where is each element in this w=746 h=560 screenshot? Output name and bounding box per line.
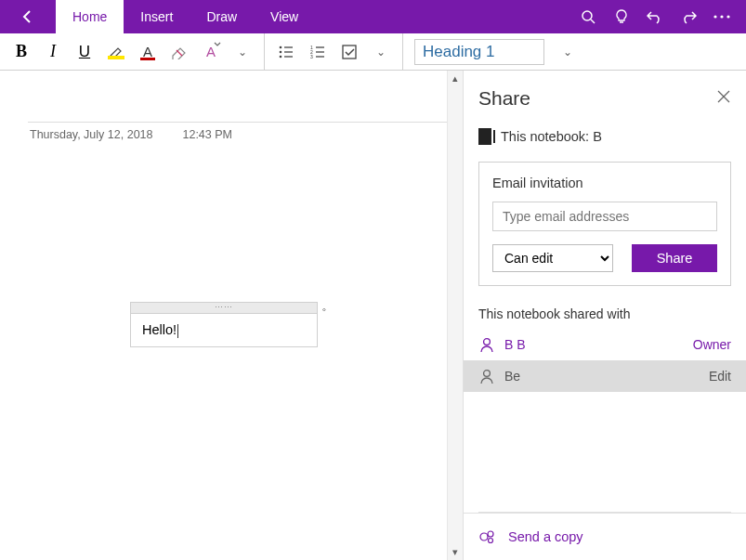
notebook-indicator: This notebook: B <box>464 115 746 162</box>
svg-point-5 <box>280 46 282 48</box>
back-button[interactable] <box>0 0 56 33</box>
shared-user-row[interactable]: Be Edit <box>464 360 746 392</box>
email-invitation-label: Email invitation <box>492 176 717 190</box>
note-text[interactable]: Hello! <box>131 314 317 346</box>
scroll-up-icon[interactable]: ▴ <box>448 71 463 86</box>
style-selector[interactable]: Heading 1 <box>414 39 544 65</box>
format-painter-button[interactable]: A <box>195 36 227 68</box>
svg-point-0 <box>582 11 592 20</box>
close-icon[interactable] <box>716 89 731 108</box>
notebook-label: This notebook: B <box>501 129 602 144</box>
email-invitation-box: Email invitation Can edit Share <box>478 162 731 286</box>
ribbon-tabs: Home Insert Draw View <box>56 0 315 33</box>
shared-user-row[interactable]: B B Owner <box>464 329 746 360</box>
svg-point-24 <box>489 539 493 543</box>
italic-button[interactable]: I <box>37 36 69 68</box>
bold-button[interactable]: B <box>6 36 37 68</box>
person-icon <box>478 368 495 384</box>
underline-button[interactable]: U <box>69 36 100 68</box>
shared-user-role: Owner <box>693 337 731 352</box>
page-date: Thursday, July 12, 2018 <box>30 128 152 141</box>
note-container[interactable]: ⋯⋯‹› Hello! <box>130 302 318 347</box>
svg-point-7 <box>280 50 282 53</box>
page-canvas[interactable]: Thursday, July 12, 2018 12:43 PM ⋯⋯‹› He… <box>0 71 463 560</box>
share-panel-title: Share <box>478 87 530 110</box>
todo-button[interactable] <box>334 36 365 68</box>
share-panel: Share This notebook: B Email invitation … <box>463 71 746 560</box>
notebook-icon <box>478 128 491 145</box>
svg-point-4 <box>726 15 729 18</box>
tab-home[interactable]: Home <box>56 0 124 33</box>
svg-point-23 <box>488 531 493 537</box>
svg-point-22 <box>480 533 488 540</box>
tab-view[interactable]: View <box>254 0 315 33</box>
search-icon[interactable] <box>571 0 605 33</box>
svg-rect-17 <box>343 46 356 59</box>
clear-formatting-button[interactable] <box>164 36 195 68</box>
ribbon: B I U A A ⌄ 1 <box>0 33 746 71</box>
svg-point-3 <box>720 15 723 18</box>
svg-point-21 <box>484 371 491 377</box>
person-icon <box>478 336 495 353</box>
undo-icon[interactable] <box>638 0 672 33</box>
style-dropdown-icon[interactable]: ⌄ <box>544 46 591 59</box>
paragraph-dropdown-icon[interactable]: ⌄ <box>365 36 397 68</box>
tab-insert[interactable]: Insert <box>124 0 190 33</box>
send-copy-icon <box>478 528 497 545</box>
titlebar-actions <box>571 0 746 33</box>
svg-line-1 <box>591 20 595 23</box>
shared-user-name: Be <box>504 369 520 384</box>
bullets-button[interactable] <box>270 36 302 68</box>
ribbon-group-font: B I U A A ⌄ <box>0 33 265 70</box>
share-button[interactable]: Share <box>632 244 717 272</box>
font-color-button[interactable]: A <box>132 36 164 68</box>
svg-point-9 <box>280 55 282 58</box>
email-input[interactable] <box>492 202 717 231</box>
svg-point-20 <box>484 339 491 345</box>
svg-text:3: 3 <box>310 54 313 59</box>
title-bar: Home Insert Draw View <box>0 0 746 33</box>
highlight-button[interactable] <box>100 36 132 68</box>
tab-draw[interactable]: Draw <box>190 0 254 33</box>
vertical-scrollbar[interactable]: ▴ ▾ <box>447 71 463 560</box>
scroll-down-icon[interactable]: ▾ <box>448 544 463 560</box>
ribbon-group-styles: Heading 1 ⌄ <box>403 33 596 70</box>
shared-user-name: B B <box>504 337 526 352</box>
send-copy-label: Send a copy <box>508 529 583 544</box>
ribbon-group-paragraph: 123 ⌄ <box>265 33 403 70</box>
svg-point-2 <box>713 15 716 18</box>
font-dropdown-icon[interactable]: ⌄ <box>227 36 258 68</box>
page-time: 12:43 PM <box>182 128 232 141</box>
more-icon[interactable] <box>705 0 739 33</box>
numbering-button[interactable]: 123 <box>302 36 334 68</box>
note-handle[interactable]: ⋯⋯‹› <box>131 303 317 314</box>
send-copy-button[interactable]: Send a copy <box>464 513 746 560</box>
shared-with-label: This notebook shared with <box>464 286 746 329</box>
permission-select[interactable]: Can edit <box>492 244 613 272</box>
page-datetime: Thursday, July 12, 2018 12:43 PM <box>30 128 232 141</box>
shared-user-role: Edit <box>709 369 731 384</box>
redo-icon[interactable] <box>672 0 705 33</box>
lightbulb-icon[interactable] <box>605 0 638 33</box>
title-divider <box>28 122 463 123</box>
